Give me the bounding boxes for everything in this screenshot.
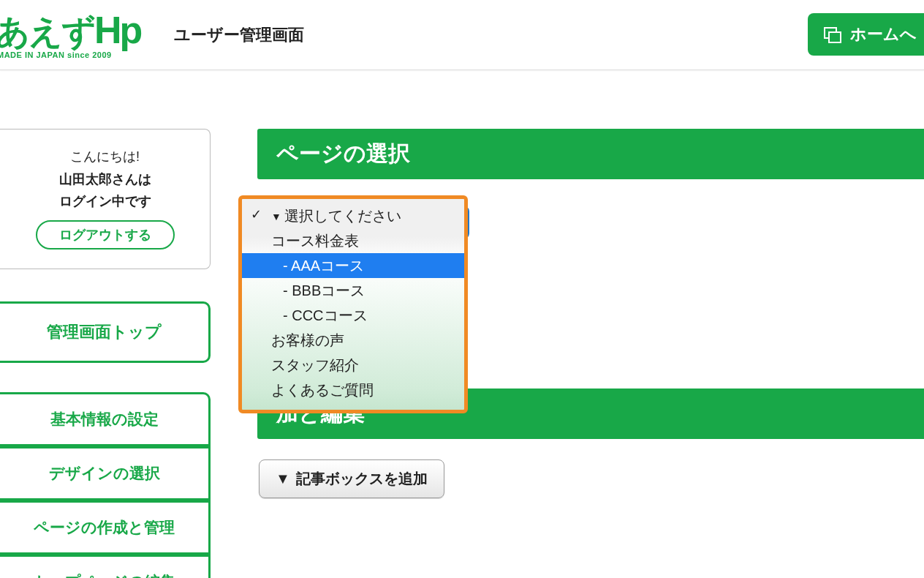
nav-design-select[interactable]: デザインの選択	[0, 446, 211, 500]
dropdown-placeholder[interactable]: ▼選択してください	[242, 203, 464, 228]
dropdown-option[interactable]: - CCCコース	[242, 303, 464, 328]
home-button[interactable]: ホームへ	[808, 13, 924, 56]
logo-hp: Hp	[94, 9, 140, 51]
dropdown-option[interactable]: - AAAコース	[242, 253, 464, 278]
nav-admin-top[interactable]: 管理画面トップ	[0, 301, 211, 363]
nav-top-page-edit[interactable]: トップページの編集	[0, 555, 211, 578]
login-status-box: こんにちは! 山田太郎さんは ログイン中です ログアウトする	[0, 129, 211, 269]
dropdown-option[interactable]: お客様の声	[242, 328, 464, 353]
sidebar: こんにちは! 山田太郎さんは ログイン中です ログアウトする 管理画面トップ 基…	[0, 129, 211, 578]
nav-page-manage[interactable]: ページの作成と管理	[0, 500, 211, 555]
app-header: あえずHp MADE IN JAPAN since 2009 ユーザー管理画面 …	[0, 0, 924, 70]
caret-down-icon: ▼	[271, 211, 281, 222]
windows-icon	[824, 27, 840, 42]
add-article-box-label: 記事ボックスを追加	[296, 469, 428, 489]
add-article-box-button[interactable]: ▼ 記事ボックスを追加	[259, 459, 444, 498]
dropdown-option[interactable]: よくあるご質問	[242, 378, 464, 402]
login-state: ログイン中です	[59, 194, 151, 209]
logo-tagline: MADE IN JAPAN since 2009	[0, 50, 140, 59]
logout-button[interactable]: ログアウトする	[36, 220, 175, 249]
dropdown-option[interactable]: スタッフ紹介	[242, 353, 464, 378]
login-user: 山田太郎さんは	[59, 172, 151, 187]
home-button-label: ホームへ	[850, 23, 917, 45]
sidebar-nav: 管理画面トップ 基本情報の設定 デザインの選択 ページの作成と管理 トップページ…	[0, 301, 211, 578]
nav-group: 基本情報の設定 デザインの選択 ページの作成と管理 トップページの編集	[0, 392, 211, 578]
caret-down-icon: ▼	[276, 470, 290, 487]
dropdown-option[interactable]: コース料金表	[242, 228, 464, 253]
page-select-dropdown[interactable]: ▼選択してください コース料金表- AAAコース- BBBコース- CCCコース…	[238, 195, 468, 413]
nav-basic-settings[interactable]: 基本情報の設定	[0, 392, 211, 446]
logo: あえずHp MADE IN JAPAN since 2009	[0, 11, 140, 59]
page-title: ユーザー管理画面	[174, 24, 304, 46]
logo-text: あえず	[0, 12, 94, 50]
section-page-select-title: ページの選択	[257, 129, 924, 179]
login-greeting: こんにちは!	[7, 146, 202, 168]
dropdown-option[interactable]: - BBBコース	[242, 278, 464, 303]
dropdown-placeholder-label: 選択してください	[284, 208, 401, 224]
